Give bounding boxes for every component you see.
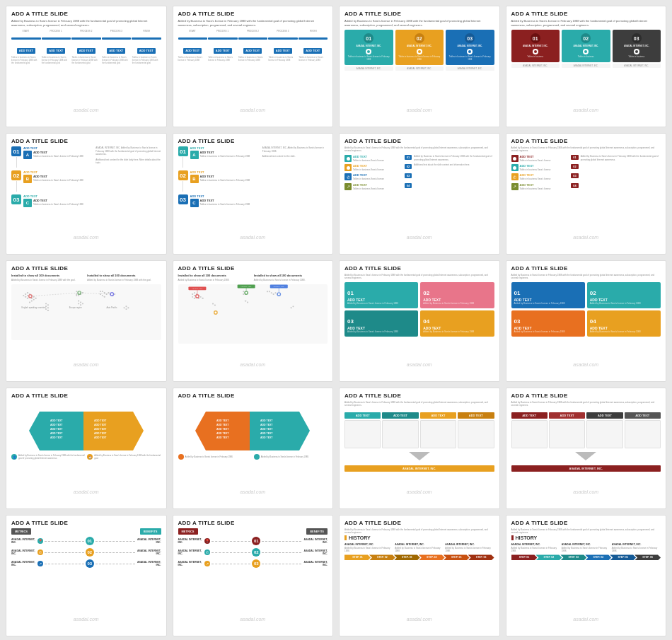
- svg-rect-8: [25, 296, 26, 297]
- svg-text:ADD TEXT: ADD TEXT: [216, 419, 229, 422]
- svg-text:ADD TEXT: ADD TEXT: [260, 436, 273, 439]
- svg-rect-49: [126, 308, 127, 310]
- watermark-2: asadal.com: [240, 107, 265, 112]
- svg-rect-14: [29, 301, 30, 303]
- svg-marker-112: [83, 412, 144, 450]
- slide-2[interactable]: ADD A TITLE SLIDE Added by Business to S…: [173, 6, 334, 127]
- slide-16[interactable]: ADD A TITLE SLIDE Added by Business to S…: [506, 388, 667, 509]
- slide-18[interactable]: ADD A TITLE SLIDE METRICS BENEFITS ASADA…: [173, 515, 334, 636]
- svg-text:ADD TEXT: ADD TEXT: [94, 424, 107, 426]
- svg-rect-12: [33, 298, 35, 300]
- svg-text:ADD TEXT: ADD TEXT: [216, 428, 229, 431]
- slide-5[interactable]: ADD A TITLE SLIDE 01 ADD TEXT A: [6, 133, 167, 255]
- svg-rect-15: [76, 291, 77, 292]
- svg-rect-4: [27, 294, 28, 296]
- slide-6[interactable]: ADD A TITLE SLIDE 01 ADD TEXT A: [173, 133, 334, 255]
- svg-rect-32: [100, 293, 101, 294]
- svg-rect-9: [23, 294, 24, 296]
- svg-marker-118: [195, 412, 255, 450]
- svg-text:ADD TEXT: ADD TEXT: [260, 432, 273, 435]
- slide-10[interactable]: ADD A TITLE SLIDE Installed to show all …: [173, 260, 334, 382]
- svg-rect-27: [106, 293, 108, 294]
- svg-rect-34: [104, 296, 105, 297]
- svg-rect-25: [102, 291, 103, 292]
- svg-text:ASADAL, INC.: ASADAL, INC.: [241, 285, 252, 287]
- svg-rect-33: [102, 294, 103, 296]
- svg-rect-81: [274, 292, 276, 293]
- slide-15[interactable]: ADD A TITLE SLIDE Added by Business to S…: [339, 388, 500, 509]
- slide-17[interactable]: ADD A TITLE SLIDE METRICS BENEFITS ASADA…: [6, 515, 167, 636]
- svg-rect-45: [47, 310, 49, 311]
- svg-rect-83: [245, 300, 246, 301]
- svg-rect-70: [199, 296, 201, 297]
- svg-text:ADD TEXT: ADD TEXT: [94, 432, 107, 435]
- slide-1[interactable]: ADD A TITLE SLIDE Added by Business to S…: [6, 6, 167, 127]
- slide-3[interactable]: ADD A TITLE SLIDE Added by Business to S…: [339, 6, 500, 127]
- svg-rect-78: [268, 291, 270, 292]
- slide-9[interactable]: ADD A TITLE SLIDE Installed to show all …: [6, 260, 167, 382]
- svg-text:ASADAL, INC.: ASADAL, INC.: [192, 287, 203, 289]
- svg-text:ADD TEXT: ADD TEXT: [94, 428, 107, 431]
- svg-rect-7: [27, 297, 28, 298]
- svg-rect-1: [27, 292, 28, 293]
- svg-rect-80: [272, 293, 274, 295]
- svg-text:English speaking countries: English speaking countries: [21, 306, 46, 309]
- svg-rect-36: [80, 301, 81, 303]
- svg-point-90: [196, 295, 198, 297]
- svg-rect-26: [104, 292, 105, 293]
- watermark-1: asadal.com: [74, 107, 99, 112]
- svg-text:ADD TEXT: ADD TEXT: [50, 424, 63, 426]
- svg-rect-75: [243, 293, 244, 295]
- svg-point-100: [277, 293, 279, 295]
- svg-rect-87: [290, 307, 291, 308]
- slide-4[interactable]: ADD A TITLE SLIDE Added by Business to S…: [506, 6, 667, 127]
- slide-2-title: ADD A TITLE SLIDE: [178, 11, 328, 17]
- svg-rect-62: [194, 292, 195, 293]
- slide-12[interactable]: ADD A TITLE SLIDE Added by Business to S…: [506, 260, 667, 382]
- svg-rect-39: [82, 303, 83, 304]
- slide-11[interactable]: ADD A TITLE SLIDE Added by Business to S…: [339, 260, 500, 382]
- slide-13[interactable]: ADD A TITLE SLIDE ADD TEXT ADD TEXT ADD …: [6, 388, 167, 509]
- svg-text:Asia Pacific: Asia Pacific: [107, 306, 117, 309]
- svg-rect-22: [76, 294, 77, 296]
- right-arrow-svg: ADD TEXT ADD TEXT ADD TEXT ADD TEXT ADD …: [83, 412, 144, 450]
- svg-text:ADD TEXT: ADD TEXT: [50, 436, 63, 439]
- svg-rect-38: [80, 304, 81, 306]
- svg-rect-10: [33, 296, 35, 297]
- svg-rect-43: [47, 307, 49, 308]
- world-map-svg: English speaking countries Europe region…: [11, 284, 161, 337]
- slide-1-title: ADD A TITLE SLIDE: [11, 11, 161, 17]
- svg-rect-47: [126, 306, 127, 307]
- svg-marker-131: [575, 452, 596, 460]
- svg-rect-35: [78, 300, 79, 301]
- svg-point-105: [214, 311, 216, 313]
- svg-marker-106: [29, 412, 89, 450]
- svg-rect-85: [212, 303, 214, 304]
- svg-rect-79: [270, 292, 272, 293]
- world-map-2-svg: ASADAL, INC. ASADAL, INC. ASADAL, INC.: [178, 284, 328, 341]
- svg-rect-24: [100, 291, 101, 292]
- svg-rect-28: [108, 292, 110, 293]
- svg-text:ADD TEXT: ADD TEXT: [50, 432, 63, 435]
- slide-8[interactable]: ADD A TITLE SLIDE Added by Business to S…: [506, 133, 667, 255]
- slide-1-sub: Added by Business to Sara's license in F…: [11, 19, 161, 27]
- svg-rect-0: [25, 293, 26, 294]
- svg-line-57: [79, 293, 112, 294]
- svg-text:Europe region: Europe region: [69, 306, 82, 309]
- svg-rect-31: [114, 293, 115, 294]
- svg-text:ADD TEXT: ADD TEXT: [260, 419, 273, 422]
- svg-text:ADD TEXT: ADD TEXT: [216, 436, 229, 439]
- slide-20[interactable]: ADD A TITLE SLIDE Added by Business to S…: [506, 515, 667, 636]
- svg-rect-48: [127, 307, 129, 308]
- svg-point-95: [245, 291, 247, 293]
- svg-marker-124: [250, 412, 310, 450]
- svg-point-55: [111, 293, 113, 295]
- slide-7[interactable]: ADD A TITLE SLIDE Added by Business to S…: [339, 133, 500, 255]
- svg-rect-72: [243, 291, 244, 292]
- svg-rect-13: [31, 300, 33, 301]
- slide-14[interactable]: ADD A TITLE SLIDE ADD TEXT ADD TEXT ADD …: [173, 388, 334, 509]
- svg-rect-37: [78, 303, 79, 304]
- svg-rect-46: [124, 307, 125, 308]
- svg-line-56: [30, 293, 79, 296]
- slide-19[interactable]: ADD A TITLE SLIDE Added by Business to S…: [339, 515, 500, 636]
